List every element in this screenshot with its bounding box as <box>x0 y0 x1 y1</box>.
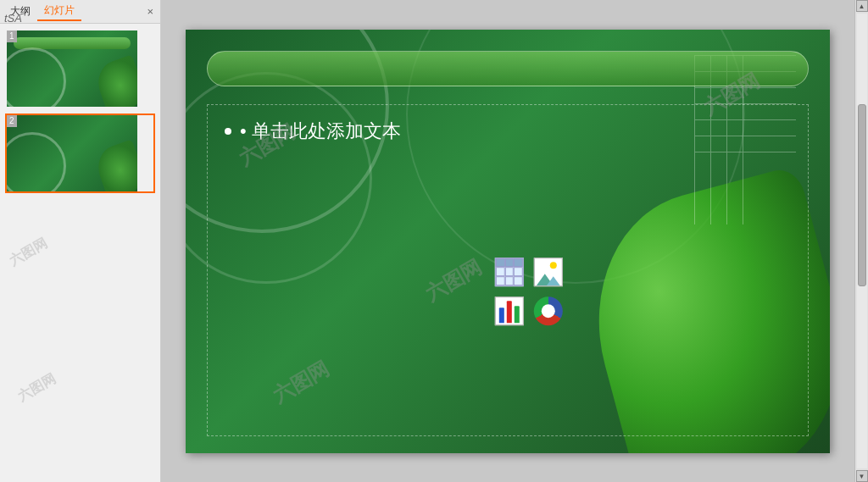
slide-number-1: 1 <box>7 30 17 42</box>
slide-canvas[interactable]: • 单击此处添加文本 <box>186 30 830 453</box>
sun-shape <box>550 262 557 269</box>
app-label: tSA <box>4 12 22 25</box>
slide-panel: 1 2 <box>0 24 160 482</box>
table-icon-visual <box>495 258 524 286</box>
mountain-shape-2 <box>547 276 560 285</box>
panel-close-button[interactable]: × <box>143 5 157 18</box>
thumb2-background <box>7 115 137 191</box>
chart-icon-visual <box>495 296 524 325</box>
scroll-track[interactable] <box>857 14 867 468</box>
tab-bar: 大纲 幻灯片 × <box>0 0 160 24</box>
right-scrollbar: ▲ ▼ <box>854 0 868 482</box>
slide-thumb-1[interactable]: 1 <box>5 29 155 108</box>
chart-bar-3 <box>515 306 520 323</box>
thumb1-leaf <box>92 54 137 107</box>
insert-image-icon[interactable] <box>532 256 565 288</box>
chart-bar-1 <box>498 307 504 323</box>
tab-slides[interactable]: 幻灯片 <box>37 2 81 21</box>
image-icon-visual <box>534 258 563 286</box>
thumb2-leaf <box>92 139 137 191</box>
media-icon-visual <box>534 296 563 325</box>
insert-icons-grid <box>493 256 566 329</box>
scroll-up-button[interactable]: ▲ <box>856 0 868 12</box>
insert-table-icon[interactable] <box>493 256 526 288</box>
insert-media-icon[interactable] <box>532 295 565 327</box>
scroll-thumb[interactable] <box>858 104 866 286</box>
placeholder-label: • 单击此处添加文本 <box>240 119 401 144</box>
slide-thumb-2[interactable]: 2 <box>5 114 155 193</box>
slide-title-bar[interactable] <box>207 51 809 86</box>
thumb1-background <box>7 30 137 107</box>
left-panel: tSA 大纲 幻灯片 × 1 2 六图网 六图网 + ⊞ <box>0 0 161 482</box>
main-area: • 单击此处添加文本 <box>161 0 854 482</box>
slide-placeholder-text[interactable]: • 单击此处添加文本 <box>208 105 808 158</box>
thumb1-curve <box>7 47 66 107</box>
slide-number-2: 2 <box>7 115 17 127</box>
insert-chart-icon[interactable] <box>493 295 526 327</box>
bullet-point <box>225 128 231 135</box>
scroll-down-button[interactable]: ▼ <box>856 470 868 482</box>
thumb2-curve <box>7 132 66 191</box>
media-icon-inner <box>542 304 555 318</box>
chart-bar-2 <box>507 301 512 323</box>
